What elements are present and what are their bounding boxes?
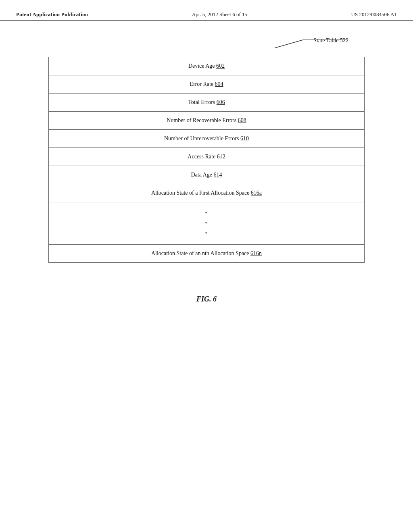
table-cell-data-age: Data Age 614 — [49, 166, 365, 184]
table-row: Allocation State of an nth Allocation Sp… — [49, 244, 365, 262]
table-cell-recoverable-errors: Number of Recoverable Errors 608 — [49, 112, 365, 130]
table-row: Allocation State of a First Allocation S… — [49, 184, 365, 202]
table-cell-alloc-nth: Allocation State of an nth Allocation Sp… — [49, 244, 365, 262]
ref-616n: 616n — [250, 250, 262, 256]
figure-caption: FIG. 6 — [0, 295, 413, 303]
ref-610: 610 — [240, 135, 249, 141]
ref-602: 602 — [216, 63, 225, 69]
arrow-graphic — [267, 33, 311, 49]
table-cell-device-age: Device Age 602 — [49, 57, 365, 75]
table-cell-unrecoverable-errors: Number of Unrecoverable Errors 610 — [49, 130, 365, 148]
patent-number: US 2012/0084506 A1 — [351, 11, 397, 18]
page-header: Patent Application Publication Apr. 5, 2… — [0, 0, 413, 21]
ref-604: 604 — [215, 81, 223, 87]
table-row: Device Age 602 — [49, 57, 365, 75]
ref-608: 608 — [238, 117, 246, 123]
ref-612: 612 — [217, 154, 225, 160]
sheet-info: Apr. 5, 2012 Sheet 6 of 15 — [192, 11, 247, 18]
publication-label: Patent Application Publication — [16, 11, 88, 18]
table-row-dots: ••• — [49, 202, 365, 245]
table-row: Data Age 614 — [49, 166, 365, 184]
table-row: Error Rate 604 — [49, 75, 365, 94]
state-table: Device Age 602 Error Rate 604 Total Erro… — [48, 57, 365, 263]
ref-616a: 616a — [251, 190, 262, 196]
state-table-ref: 522 — [340, 37, 348, 44]
table-row: Number of Recoverable Errors 608 — [49, 112, 365, 130]
table-row: Number of Unrecoverable Errors 610 — [49, 130, 365, 148]
ref-614: 614 — [213, 172, 222, 178]
table-row: Access Rate 612 — [49, 148, 365, 166]
svg-line-0 — [275, 40, 303, 48]
state-table-text: State Table 522 — [313, 37, 348, 44]
table-cell-dots: ••• — [49, 202, 365, 245]
main-content: Device Age 602 Error Rate 604 Total Erro… — [0, 57, 413, 263]
state-table-label-area: State Table 522 — [0, 33, 413, 49]
table-cell-access-rate: Access Rate 612 — [49, 148, 365, 166]
state-table-arrow-container: State Table 522 — [267, 33, 348, 49]
table-cell-total-errors: Total Errors 606 — [49, 94, 365, 112]
table-cell-error-rate: Error Rate 604 — [49, 75, 365, 94]
figure-label: FIG. 6 — [196, 295, 217, 303]
table-row: Total Errors 606 — [49, 94, 365, 112]
ref-606: 606 — [217, 99, 225, 105]
table-cell-alloc-first: Allocation State of a First Allocation S… — [49, 184, 365, 202]
